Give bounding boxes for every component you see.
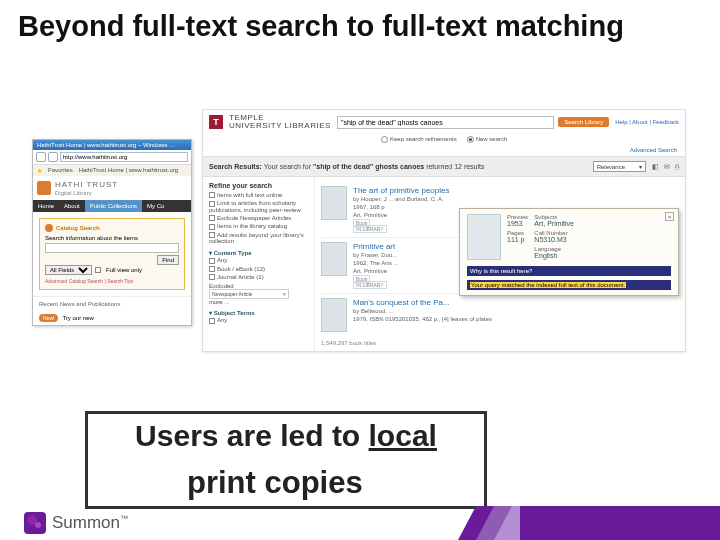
tab-about[interactable]: About — [59, 200, 85, 212]
lbl-s-any: Any — [217, 317, 227, 323]
hathi-browser-window: HathiTrust Home | www.hathitrust.org – W… — [32, 139, 192, 326]
result-author: by Fraser, Dou... — [353, 252, 399, 260]
catalog-search-box: Catalog Search Search information about … — [39, 218, 185, 290]
screenshot-stage: HathiTrust Home | www.hathitrust.org – W… — [32, 109, 686, 409]
radio-keep[interactable] — [381, 136, 388, 143]
remove-chip-icon[interactable]: × — [283, 291, 286, 297]
callout-line2: print copies — [187, 465, 363, 501]
book-thumbnail — [321, 242, 347, 276]
lbl-fulltext: Items with full text online — [217, 192, 282, 198]
hathi-logo-row: HATHI TRUST Digital Library — [33, 176, 191, 200]
field-select[interactable]: All Fields — [45, 265, 92, 275]
mail-icon[interactable]: ✉ — [664, 163, 670, 171]
results-summary: Search Results: Your search for "ship of… — [209, 163, 485, 170]
ck-ct-any[interactable] — [209, 258, 215, 264]
result-title[interactable]: Man's conquest of the Pa... — [353, 298, 492, 308]
fullview-checkbox[interactable] — [95, 267, 101, 273]
sort-dropdown[interactable]: Relevance — [593, 161, 646, 172]
catalog-hint: Search information about the items — [45, 235, 179, 241]
tag-inlibrary: IN LIBRARY — [353, 281, 387, 289]
subject-terms-facet[interactable]: ▾ Subject Terms — [209, 309, 308, 316]
catalog-links[interactable]: Advanced Catalog Search | Search Tips — [45, 278, 179, 284]
catalog-controls-row: Find — [45, 255, 179, 265]
hathi-elephant-icon — [37, 181, 51, 195]
tag-inlibrary: IN LIBRARY — [353, 225, 387, 233]
back-icon[interactable] — [36, 152, 46, 162]
ck-exclude-news[interactable] — [209, 215, 215, 221]
stats-row: 1,549,297 book titles — [321, 338, 679, 346]
temple-results-window: T TEMPLEUNIVERSITY LIBRARIES Search Libr… — [202, 109, 686, 352]
summon-wordmark: Summon™ — [52, 513, 128, 533]
summon-logo-icon — [24, 512, 46, 534]
result-author: by Bellwood, ... — [353, 308, 492, 316]
why-match-text: Your query matched the indexed full text… — [467, 280, 671, 290]
more-link[interactable]: more ... — [209, 299, 308, 305]
tab-home[interactable]: Home — [33, 200, 59, 212]
result-year: 1979, ISBN 0195201035, 462 p., [4] leave… — [353, 316, 492, 324]
result-year: 1967, 168 p — [353, 204, 450, 212]
ck-in-catalog[interactable] — [209, 224, 215, 230]
help-links[interactable]: Help | About | Feedback — [615, 119, 679, 125]
ck-ct-journal[interactable] — [209, 274, 215, 280]
summon-brand: Summon™ — [0, 506, 128, 540]
refine-panel: Refine your search Items with full text … — [203, 177, 315, 351]
result-tools: ◧ ✉ ⎙ — [652, 163, 679, 171]
lbl-beyond: Add results beyond your library's collec… — [209, 232, 304, 244]
lbl-scholarly: Limit to articles from scholarly publica… — [209, 200, 301, 212]
search-mode-radios: Keep search refinements New search — [203, 134, 685, 147]
search-button[interactable]: Search Library — [558, 117, 609, 127]
result-item: Man's conquest of the Pa... by Bellwood,… — [321, 294, 679, 336]
ck-s-any[interactable] — [209, 318, 215, 324]
search-row: Search Library — [337, 116, 609, 129]
preview-popover: × Preview 1953 Pages 111 p Subjects Art,… — [459, 208, 679, 296]
lbl-exclude-news: Exclude Newspaper Articles — [217, 215, 291, 221]
temple-name: TEMPLEUNIVERSITY LIBRARIES — [229, 114, 331, 130]
temple-logo: T — [209, 115, 223, 129]
url-bar[interactable]: http://www.hathitrust.org — [60, 152, 188, 162]
print-icon[interactable]: ⎙ — [675, 163, 679, 171]
radio-new-label: New search — [476, 136, 508, 142]
ck-fulltext[interactable] — [209, 192, 215, 198]
favorites-item[interactable]: HathiTrust Home | www.hathitrust.org — [79, 167, 178, 174]
forward-icon[interactable] — [48, 152, 58, 162]
search-input[interactable] — [337, 116, 554, 129]
hathi-tabs: Home About Public Collections My Co — [33, 200, 191, 212]
recent-news-heading: Recent News and Publications — [33, 296, 191, 311]
fullview-label: Full view only — [106, 267, 142, 273]
result-title[interactable]: The art of primitive peoples — [353, 186, 450, 196]
browser-nav-row: http://www.hathitrust.org — [33, 150, 191, 165]
radio-keep-label: Keep search refinements — [390, 136, 457, 142]
language-value: English — [534, 252, 574, 259]
excluded-chip[interactable]: Newspaper Article× — [209, 289, 289, 299]
new-badge: New! — [39, 314, 58, 322]
tab-my-collections[interactable]: My Co — [142, 200, 169, 212]
rss-icon[interactable]: ◧ — [652, 163, 659, 171]
pages-value: 111 p — [507, 236, 528, 243]
temple-header: T TEMPLEUNIVERSITY LIBRARIES Search Libr… — [203, 110, 685, 134]
radio-new[interactable] — [467, 136, 474, 143]
catalog-header-text: Catalog Search — [56, 225, 100, 231]
preview-thumbnail — [467, 214, 501, 260]
tab-public-collections[interactable]: Public Collections — [85, 200, 142, 212]
hathi-brand: HATHI TRUST — [55, 180, 118, 189]
advanced-search-link[interactable]: Advanced Search — [203, 147, 685, 156]
subjects-value: Art, Primitive — [534, 220, 574, 227]
window-titlebar: HathiTrust Home | www.hathitrust.org – W… — [33, 140, 191, 150]
refine-header: Refine your search — [209, 182, 308, 189]
callout-text: Users are led to local — [88, 414, 484, 454]
catalog-search-input[interactable] — [45, 243, 179, 253]
close-icon[interactable]: × — [665, 212, 674, 221]
hathi-subtitle: Digital Library — [55, 190, 92, 196]
result-title[interactable]: Primitive art — [353, 242, 399, 252]
find-button[interactable]: Find — [157, 255, 179, 265]
try-new-text: Try our new — [62, 315, 93, 321]
result-meta: The art of primitive peoples by Hooper, … — [353, 186, 450, 233]
ck-ct-book[interactable] — [209, 266, 215, 272]
lbl-ct-journal: Journal Article (1) — [217, 274, 264, 280]
result-author: by Hooper, J ... and Burland, C. A. — [353, 196, 450, 204]
star-icon: ★ — [37, 167, 42, 174]
catalog-options-row: All Fields Full view only — [45, 265, 179, 275]
content-type-facet[interactable]: ▾ Content Type — [209, 249, 308, 256]
result-meta: Man's conquest of the Pa... by Bellwood,… — [353, 298, 492, 332]
preview-year: 1953 — [507, 220, 528, 227]
